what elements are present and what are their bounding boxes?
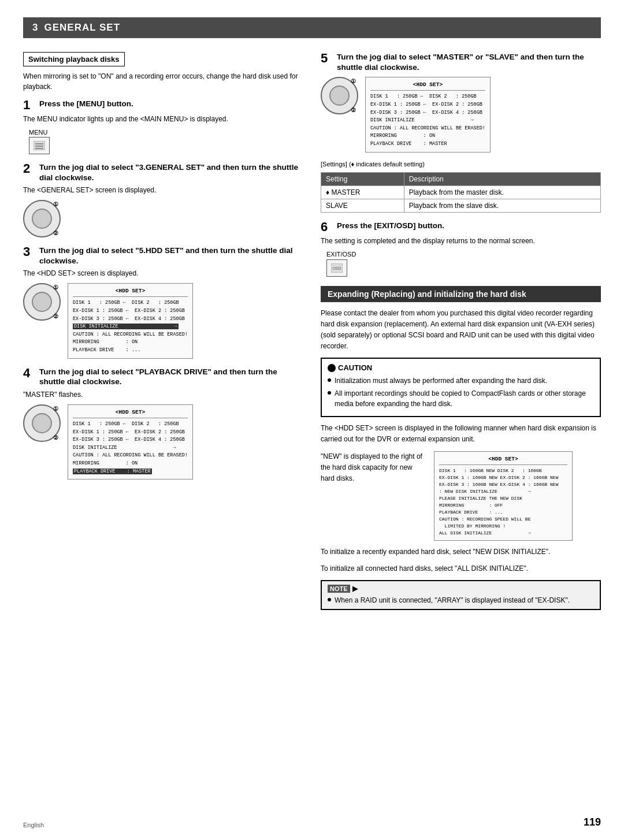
hdd-highlight-3: DISK INITIALIZE → (73, 324, 179, 329)
svg-rect-2 (35, 146, 43, 147)
bullet-icon-1 (328, 378, 331, 382)
note-bullet-icon (328, 598, 331, 601)
jog-num1-3: ① (53, 284, 58, 291)
exit-button-box: OSD (326, 259, 347, 277)
step3-title: Turn the jog dial to select "5.HDD SET" … (39, 246, 303, 266)
page-container: 3 GENERAL SET Switching playback disks W… (0, 0, 624, 840)
step4-title: Turn the jog dial to select "PLAYBACK DR… (39, 367, 303, 387)
chapter-number: 3 (32, 22, 38, 34)
settings-table: Setting Description ♦ MASTER Playback fr… (321, 172, 601, 213)
caution-text-1: Initialization must always be performed … (335, 376, 547, 386)
hdd-title-4: <HDD SET> (73, 408, 188, 418)
step3-jog-dial: ① ② (23, 283, 61, 321)
step6-body: The setting is completed and the display… (321, 236, 601, 246)
desc-master: Playback from the master disk. (404, 185, 600, 199)
step5-jog-container: ① ② <HDD SET> DISK 1 : 250GB ← DISK 2 : … (321, 77, 601, 152)
step4-hdd-screen: <HDD SET> DISK 1 : 250GB ← DISK 2 : 250G… (68, 404, 193, 480)
step3-body: The <HDD SET> screen is displayed. (23, 268, 303, 278)
expansion-display: "NEW" is displayed to the right of the h… (321, 451, 601, 541)
settings-note: [Settings] (♦ indicates default setting) (321, 161, 601, 168)
note-arrow-icon: ▶ (352, 585, 358, 593)
section2-header: Expanding (Replacing) and initializing t… (321, 286, 601, 302)
menu-diagram: MENU (29, 129, 303, 154)
exit-diagram: EXIT/OSD OSD (326, 250, 601, 277)
hdd-content-5: DISK 1 : 250GB ← DISK 2 : 250GB EX-DISK … (370, 93, 485, 148)
expansion-hdd-content: DISK 1 : 160GB NEW DISK 2 : 160GB EX-DIS… (439, 467, 567, 537)
right-column: 5 Turn the jog dial to select "MASTER" o… (321, 52, 601, 616)
caution-title: CAUTION (328, 363, 594, 372)
menu-label: MENU (29, 129, 47, 136)
caution-text-2: All important recordings should be copie… (335, 388, 594, 409)
step5-hdd-screen: <HDD SET> DISK 1 : 250GB ← DISK 2 : 250G… (365, 77, 491, 152)
caution-label: CAUTION (338, 363, 372, 372)
step4-body: "MASTER" flashes. (23, 389, 303, 400)
step5: 5 Turn the jog dial to select "MASTER" o… (321, 52, 601, 153)
expansion-intro: The <HDD SET> screen is displayed in the… (321, 423, 601, 445)
step1-number: 1 (23, 99, 35, 111)
page-number: 119 (584, 816, 601, 828)
chapter-header: 3 GENERAL SET (23, 17, 601, 38)
hdd-title-3: <HDD SET> (73, 287, 188, 297)
section1-intro: When mirroring is set to "ON" and a reco… (23, 71, 303, 92)
jog-inner-3 (32, 292, 52, 312)
step3: 3 Turn the jog dial to select "5.HDD SET… (23, 246, 303, 359)
svg-rect-3 (35, 148, 43, 149)
jog-num2-5: ② (351, 107, 356, 113)
setting-master: ♦ MASTER (321, 185, 404, 199)
chapter-title: GENERAL SET (44, 22, 120, 34)
exit-button-icon: OSD (331, 263, 343, 273)
expansion-hdd-screen: <HDD SET> DISK 1 : 160GB NEW DISK 2 : 16… (434, 451, 573, 541)
note-item-1: When a RAID unit is connected, "ARRAY" i… (328, 595, 594, 605)
step2-jog-container: ① ② (23, 200, 303, 237)
step2-jog-dial: ① ② (23, 200, 61, 237)
svg-rect-1 (35, 143, 43, 144)
left-column: Switching playback disks When mirroring … (23, 52, 303, 616)
jog-inner-4 (32, 413, 52, 433)
desc-slave: Playback from the slave disk. (404, 199, 600, 212)
settings-col-setting: Setting (321, 172, 404, 185)
page-language: English (23, 822, 44, 828)
section2-body: Please contact the dealer from whom you … (321, 308, 601, 352)
caution-dot-icon (328, 364, 336, 372)
init-text2: To initialize all connected hard disks, … (321, 563, 601, 574)
caution-item-2: All important recordings should be copie… (328, 388, 594, 409)
caution-item-1: Initialization must always be performed … (328, 376, 594, 386)
step4-number: 4 (23, 367, 35, 380)
section2-title: Expanding (Replacing) and initializing t… (328, 289, 526, 299)
svg-text:OSD: OSD (332, 266, 341, 270)
step2-body: The <GENERAL SET> screen is displayed. (23, 185, 303, 195)
table-row: SLAVE Playback from the slave disk. (321, 199, 601, 212)
table-row: ♦ MASTER Playback from the master disk. (321, 185, 601, 199)
bullet-icon-2 (328, 391, 331, 395)
step2-number: 2 (23, 162, 35, 175)
step1-body: The MENU indicator lights up and the <MA… (23, 114, 303, 124)
note-text-1: When a RAID unit is connected, "ARRAY" i… (335, 595, 570, 605)
jog-number-1: ① (53, 201, 58, 207)
setting-slave: SLAVE (321, 199, 404, 212)
step3-jog-container: ① ② <HDD SET> DISK 1 : 250GB ← DISK 2 : … (23, 283, 303, 358)
step2-title: Turn the jog dial to select "3.GENERAL S… (39, 162, 303, 183)
menu-button-box (29, 137, 50, 154)
menu-button-icon (34, 141, 45, 150)
note-box: NOTE ▶ When a RAID unit is connected, "A… (321, 580, 601, 610)
jog-num1-4: ① (53, 406, 58, 412)
hdd-highlight-4: PLAYBACK DRIVE : MASTER (73, 469, 152, 474)
step1-title: Press the [MENU] button. (39, 99, 133, 109)
step3-number: 3 (23, 246, 35, 258)
hdd-content-4: DISK 1 : 250GB ← DISK 2 : 250GB EX-DISK … (73, 421, 188, 475)
expansion-hdd-title: <HDD SET> (439, 455, 567, 465)
jog-inner (32, 209, 52, 229)
step6: 6 Press the [EXIT/OSD] button. The setti… (321, 221, 601, 277)
step4-jog-container: ① ② <HDD SET> DISK 1 : 250GB ← DISK 2 : … (23, 404, 303, 480)
step6-title: Press the [EXIT/OSD] button. (337, 221, 444, 231)
jog-number-2: ② (53, 230, 58, 236)
step5-jog-dial: ① ② (321, 77, 358, 114)
jog-num2-3: ② (53, 313, 58, 319)
jog-num2-4: ② (53, 434, 58, 441)
hdd-title-5: <HDD SET> (370, 81, 485, 91)
section1-title: Switching playback disks (23, 52, 125, 66)
settings-col-description: Description (404, 172, 600, 185)
hdd-content-3: DISK 1 : 250GB ← DISK 2 : 250GB EX-DISK … (73, 299, 188, 354)
step5-number: 5 (321, 52, 332, 65)
jog-inner-5 (329, 86, 350, 106)
